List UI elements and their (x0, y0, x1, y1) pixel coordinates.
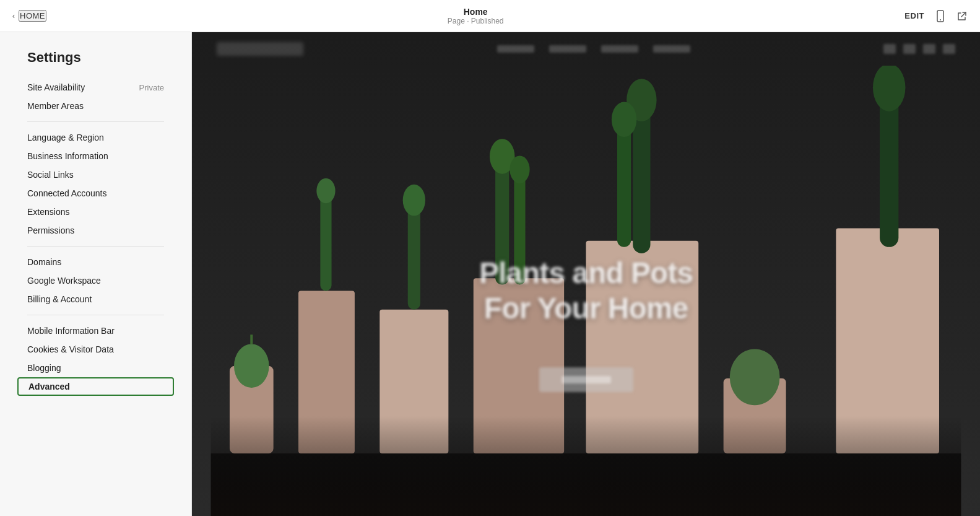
sidebar: Settings Site Availability Private Membe… (0, 32, 192, 516)
sidebar-item-domains[interactable]: Domains (0, 253, 191, 271)
sidebar-section-2: Language & Region Business Information S… (0, 128, 191, 240)
fake-nav-link-2 (549, 45, 586, 53)
sidebar-title: Settings (0, 50, 191, 78)
back-chevron-icon: ‹ (12, 12, 15, 20)
svg-rect-10 (408, 203, 420, 310)
sidebar-item-business-information[interactable]: Business Information (0, 147, 191, 165)
home-back-button[interactable]: HOME (19, 10, 46, 22)
sidebar-divider-3 (27, 315, 164, 315)
fake-hero: Plants and Pots For Your Home (192, 66, 980, 516)
page-status: Page · Published (448, 17, 504, 25)
sidebar-item-label: Permissions (27, 225, 74, 235)
sidebar-item-site-availability[interactable]: Site Availability Private (0, 78, 191, 97)
fake-nav-icon-1 (883, 44, 896, 54)
fake-nav-icon-4 (943, 44, 955, 54)
fake-nav-icon-2 (903, 44, 916, 54)
svg-point-23 (730, 349, 780, 405)
sidebar-item-label: Member Areas (27, 101, 84, 111)
fake-cta-text (562, 376, 611, 383)
sidebar-item-member-areas[interactable]: Member Areas (0, 97, 191, 115)
sidebar-item-mobile-information-bar[interactable]: Mobile Information Bar (0, 321, 191, 340)
sidebar-item-label: Connected Accounts (27, 188, 106, 198)
sidebar-item-label: Extensions (27, 207, 69, 217)
sidebar-item-label: Social Links (27, 170, 74, 180)
sidebar-item-google-workspace[interactable]: Google Workspace (0, 271, 191, 290)
svg-rect-7 (320, 191, 331, 291)
svg-rect-20 (617, 122, 631, 247)
fake-nav-icons (883, 44, 955, 54)
sidebar-section-3: Domains Google Workspace Billing & Accou… (0, 253, 191, 308)
preview-area: Plants and Pots For Your Home (192, 32, 980, 516)
mobile-preview-button[interactable] (934, 10, 947, 22)
sidebar-item-connected-accounts[interactable]: Connected Accounts (0, 184, 191, 203)
sidebar-item-label: Cookies & Visitor Data (27, 344, 114, 354)
sidebar-section-4: Mobile Information Bar Cookies & Visitor… (0, 321, 191, 396)
main-layout: Settings Site Availability Private Membe… (0, 32, 980, 516)
sidebar-item-label: Site Availability (27, 82, 85, 92)
svg-point-8 (316, 178, 335, 203)
svg-point-16 (510, 155, 529, 183)
sidebar-item-cookies-visitor-data[interactable]: Cookies & Visitor Data (0, 340, 191, 359)
fake-logo (217, 42, 303, 56)
sidebar-item-social-links[interactable]: Social Links (0, 165, 191, 184)
top-bar: ‹ HOME Home Page · Published EDIT (0, 0, 980, 32)
sidebar-item-label: Google Workspace (27, 276, 101, 286)
sidebar-divider-1 (27, 121, 164, 122)
sidebar-item-label: Domains (27, 257, 61, 267)
preview-content: Plants and Pots For Your Home (192, 32, 980, 516)
svg-point-26 (873, 66, 906, 112)
svg-rect-27 (211, 416, 961, 516)
svg-point-21 (612, 102, 636, 138)
sidebar-item-blogging[interactable]: Blogging (0, 359, 191, 377)
top-bar-left: ‹ HOME (12, 10, 46, 22)
sidebar-item-label: Mobile Information Bar (27, 326, 115, 336)
svg-point-11 (403, 185, 425, 216)
svg-point-4 (234, 344, 269, 388)
preview-frame: Plants and Pots For Your Home (192, 32, 980, 516)
svg-point-1 (940, 19, 941, 20)
sidebar-item-label: Advanced (28, 382, 70, 391)
site-availability-badge: Private (139, 83, 164, 92)
sidebar-item-label: Language & Region (27, 133, 104, 142)
sidebar-item-label: Business Information (27, 151, 108, 161)
sidebar-item-label: Blogging (27, 363, 61, 373)
fake-nav-link-1 (497, 45, 534, 53)
sidebar-item-advanced[interactable]: Advanced (17, 377, 174, 396)
svg-rect-25 (880, 90, 898, 247)
sidebar-item-billing-account[interactable]: Billing & Account (0, 290, 191, 308)
hero-line2: For Your Home (479, 291, 693, 327)
fake-nav-links (497, 45, 690, 53)
fake-nav-link-4 (653, 45, 690, 53)
sidebar-item-language-region[interactable]: Language & Region (0, 128, 191, 147)
sidebar-divider-2 (27, 246, 164, 247)
external-link-button[interactable] (956, 11, 968, 22)
sidebar-section-1: Site Availability Private Member Areas (0, 78, 191, 115)
fake-cta-button (539, 367, 633, 392)
hero-line1: Plants and Pots (479, 255, 693, 291)
sidebar-item-label: Billing & Account (27, 294, 92, 304)
top-bar-right: EDIT (904, 10, 968, 22)
fake-nav-link-3 (601, 45, 638, 53)
page-title: Home (448, 7, 504, 17)
top-bar-center: Home Page · Published (448, 7, 504, 25)
sidebar-item-permissions[interactable]: Permissions (0, 221, 191, 240)
edit-button[interactable]: EDIT (904, 11, 924, 20)
fake-nav-icon-3 (923, 44, 935, 54)
sidebar-item-extensions[interactable]: Extensions (0, 203, 191, 221)
hero-text: Plants and Pots For Your Home (479, 255, 693, 326)
fake-nav (192, 32, 980, 66)
